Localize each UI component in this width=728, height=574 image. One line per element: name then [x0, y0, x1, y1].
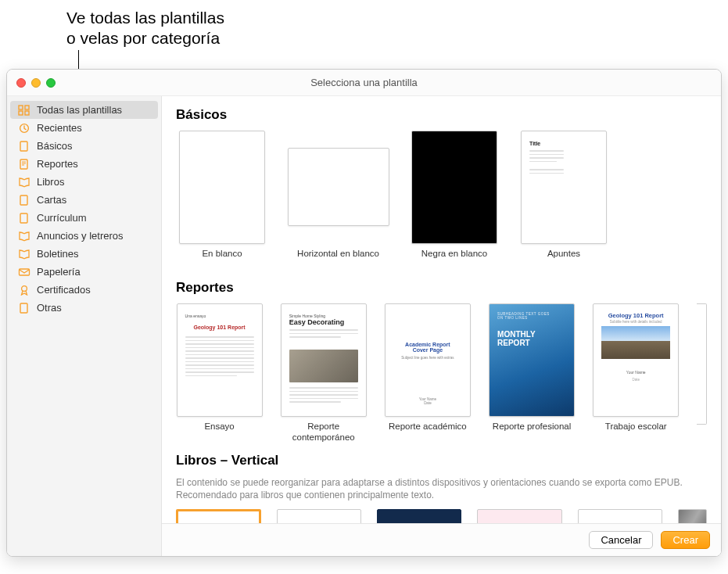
callout-line2: o velas por categoría [66, 28, 224, 48]
template-label: Apuntes [547, 249, 580, 271]
sidebar-item-label: Reportes [37, 158, 78, 170]
sidebar-item-label: Recientes [37, 122, 82, 134]
template-row-reports: Una ensayo Geology 101 Report Ensayo [176, 303, 707, 443]
callout-line1: Ve todas las plantillas [66, 8, 224, 28]
sidebar-item-resume[interactable]: Currículum [7, 209, 161, 227]
template-label: Negra en blanco [421, 249, 487, 271]
template-schoolwork[interactable]: Geology 101 Report Subtitle here with de… [593, 303, 680, 443]
titlebar: Selecciona una plantilla [7, 70, 721, 96]
sidebar-item-label: Certificados [37, 284, 91, 296]
page-icon [18, 159, 30, 170]
page-icon [18, 213, 30, 224]
sidebar-item-label: Cartas [37, 194, 66, 206]
section-title-books: Libros – Vertical [176, 453, 707, 468]
template-notes[interactable]: Title Apuntes [518, 131, 610, 271]
section-desc-books: El contenido se puede reorganizar para a… [176, 476, 707, 501]
template-thumb [411, 131, 497, 244]
sidebar-item-label: Anuncios y letreros [37, 230, 124, 242]
sidebar-item-letters[interactable]: Cartas [7, 191, 161, 209]
template-label: En blanco [202, 249, 242, 271]
sidebar-item-books[interactable]: Libros [7, 173, 161, 191]
sidebar-item-reports[interactable]: Reportes [7, 155, 161, 173]
svg-rect-1 [25, 106, 29, 109]
sidebar-item-label: Básicos [37, 140, 73, 152]
window-body: Todas las plantillas Recientes Básicos R… [7, 96, 721, 556]
create-button[interactable]: Crear [661, 531, 710, 549]
template-row-overflow-peek[interactable] [697, 303, 707, 425]
svg-point-10 [22, 285, 27, 291]
cancel-button[interactable]: Cancelar [589, 531, 653, 549]
template-label: Reporte contemporáneo [280, 422, 367, 443]
svg-rect-0 [19, 106, 23, 109]
template-thumb: Simple Home Styling Easy Decorating [281, 303, 367, 417]
sidebar-item-label: Papelería [37, 266, 81, 278]
book-icon [18, 249, 30, 260]
svg-rect-5 [20, 142, 27, 151]
window-title: Selecciona una plantilla [7, 77, 721, 88]
sidebar-item-basic[interactable]: Básicos [7, 137, 161, 155]
sidebar-item-recent[interactable]: Recientes [7, 119, 161, 137]
sidebar-item-label: Boletines [37, 248, 78, 260]
template-label: Trabajo escolar [605, 422, 667, 443]
page-icon [18, 195, 30, 206]
svg-rect-11 [20, 303, 27, 313]
template-blank-horizontal[interactable]: Horizontal en blanco [285, 131, 391, 271]
template-thumb: SUBHEADING TEXT GOESON TWO LINES MONTHLY… [489, 303, 575, 417]
clock-icon [18, 123, 30, 134]
svg-rect-3 [25, 111, 29, 115]
template-chooser-window: Selecciona una plantilla Todas las plant… [6, 69, 722, 557]
grid-icon [18, 105, 30, 116]
section-title-reports: Reportes [176, 280, 707, 296]
sidebar-item-newsletters[interactable]: Boletines [7, 245, 161, 263]
sidebar-item-all[interactable]: Todas las plantillas [10, 101, 158, 119]
sidebar-item-label: Todas las plantillas [37, 104, 122, 116]
template-thumb: Una ensayo Geology 101 Report [177, 303, 263, 417]
sidebar-item-label: Currículum [37, 212, 87, 224]
sidebar-item-flyers[interactable]: Anuncios y letreros [7, 227, 161, 245]
template-blank-black[interactable]: Negra en blanco [408, 131, 500, 271]
template-professional[interactable]: SUBHEADING TEXT GOESON TWO LINES MONTHLY… [488, 303, 575, 443]
page-icon [18, 141, 30, 152]
template-row-basic: En blanco Horizontal en blanco Negra en … [176, 131, 707, 271]
dialog-footer: Cancelar Crear [162, 523, 721, 556]
svg-rect-6 [20, 160, 27, 169]
template-thumb: Academic Report Cover Page Subject line … [385, 303, 471, 417]
template-blank[interactable]: En blanco [176, 131, 268, 271]
template-academic[interactable]: Academic Report Cover Page Subject line … [384, 303, 471, 443]
template-label: Reporte profesional [493, 422, 571, 443]
sidebar-item-other[interactable]: Otras [7, 299, 161, 317]
envelope-icon [18, 267, 30, 278]
sidebar-item-certificates[interactable]: Certificados [7, 281, 161, 299]
ribbon-icon [18, 285, 30, 296]
svg-rect-2 [19, 111, 23, 115]
sidebar-item-label: Libros [37, 176, 64, 188]
template-thumb: Title [521, 131, 607, 244]
template-gallery[interactable]: Básicos En blanco Horizontal en blanco N… [162, 96, 721, 556]
template-label: Horizontal en blanco [297, 249, 379, 271]
book-icon [18, 177, 30, 188]
sidebar-item-label: Otras [37, 302, 62, 314]
book-icon [18, 231, 30, 242]
template-thumb [288, 148, 389, 226]
template-label: Ensayo [204, 422, 234, 443]
svg-rect-8 [20, 213, 27, 223]
template-thumb [179, 131, 265, 244]
svg-rect-7 [20, 196, 27, 205]
template-label: Reporte académico [389, 422, 467, 443]
help-callout: Ve todas las plantillas o velas por cate… [66, 8, 224, 49]
section-title-basic: Básicos [176, 107, 707, 123]
page-icon [18, 303, 30, 314]
sidebar-item-stationery[interactable]: Papelería [7, 263, 161, 281]
category-sidebar: Todas las plantillas Recientes Básicos R… [7, 96, 162, 556]
template-contemporary[interactable]: Simple Home Styling Easy Decorating Repo… [280, 303, 367, 443]
template-thumb: Geology 101 Report Subtitle here with de… [593, 303, 679, 417]
template-essay[interactable]: Una ensayo Geology 101 Report Ensayo [176, 303, 263, 443]
